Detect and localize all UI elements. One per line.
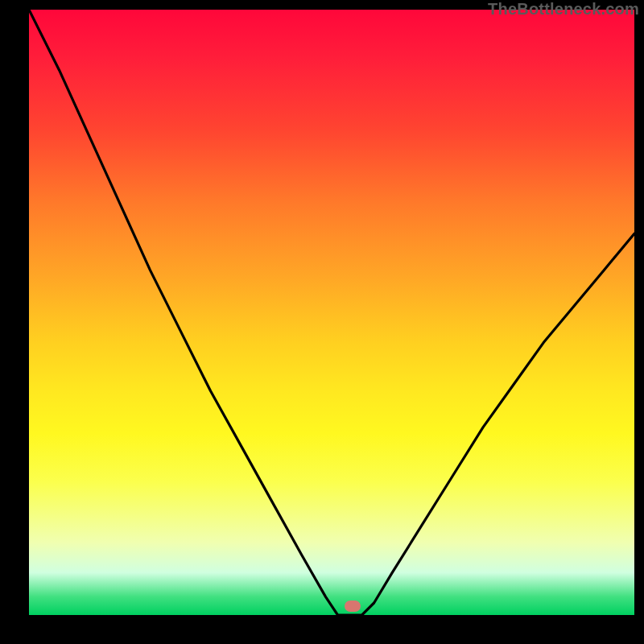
chart-frame: TheBottleneck.com	[0, 0, 644, 644]
gradient-plot-area	[29, 10, 634, 615]
attribution-text: TheBottleneck.com	[488, 0, 639, 19]
min-marker-icon	[345, 601, 361, 612]
